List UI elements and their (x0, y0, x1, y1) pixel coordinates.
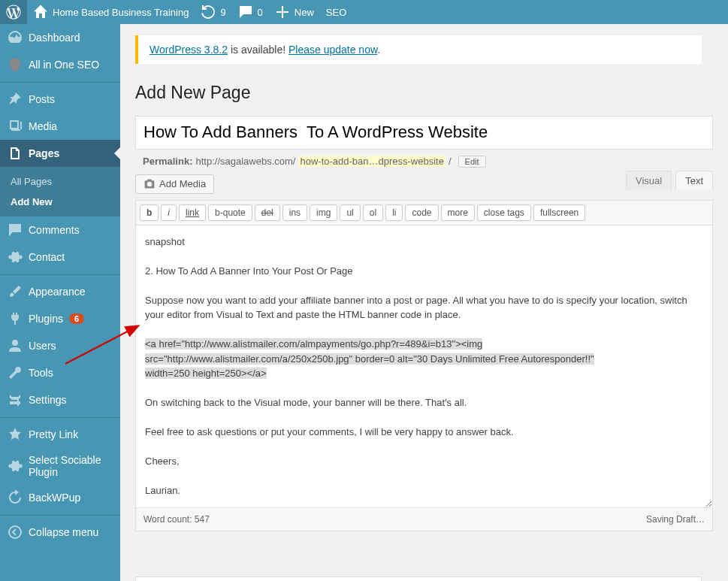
sidebar-item-pretty-link[interactable]: Pretty Link (0, 421, 120, 448)
backwpup-label: BackWPup (29, 492, 80, 504)
submenu-add-new[interactable]: Add New (0, 192, 120, 212)
qt-del[interactable]: del (255, 204, 280, 221)
qt-link[interactable]: link (179, 204, 206, 221)
plug-icon (8, 311, 23, 326)
sidebar-item-aioseo[interactable]: All in One SEO (0, 51, 120, 78)
pretty-link-label: Pretty Link (29, 428, 78, 440)
sidebar-item-dashboard[interactable]: Dashboard (0, 24, 120, 51)
admin-sidebar: Dashboard All in One SEO Posts Media Pag… (0, 24, 120, 581)
update-icon (201, 5, 216, 20)
sidebar-item-comments[interactable]: Comments (0, 216, 120, 244)
shield-icon (8, 57, 23, 72)
qt-fullscreen[interactable]: fullscreen (533, 204, 585, 221)
collapse-icon (8, 525, 23, 540)
sidebar-item-settings[interactable]: Settings (0, 386, 120, 413)
qt-img[interactable]: img (310, 204, 337, 221)
gear-icon (8, 250, 23, 265)
site-name[interactable]: Home Based Business Training (27, 0, 195, 24)
panel-placeholder (135, 576, 702, 581)
page-icon (8, 146, 23, 161)
pages-submenu: All Pages Add New (0, 167, 120, 216)
settings-label: Settings (29, 394, 67, 406)
tab-visual[interactable]: Visual (626, 171, 672, 190)
plugins-count-badge: 6 (69, 313, 84, 324)
sidebar-item-appearance[interactable]: Appearance (0, 278, 120, 305)
add-media-label: Add Media (159, 178, 206, 189)
wordpress-icon (6, 5, 21, 20)
quicktags-toolbar: b i link b-quote del ins img ul ol li co… (135, 200, 713, 225)
sidebar-item-pages[interactable]: Pages (0, 140, 120, 167)
sidebar-item-users[interactable]: Users (0, 332, 120, 359)
media-label: Media (29, 120, 57, 132)
content-textarea[interactable]: snapshot 2. How To Add A Banner Into You… (135, 225, 713, 508)
permalink-base: http://sagalawebs.com/ (195, 156, 295, 167)
site-title-label: Home Based Business Training (53, 7, 189, 18)
plus-icon (275, 5, 290, 20)
qt-bquote[interactable]: b-quote (208, 204, 252, 221)
main-content: WordPress 3.8.2 is available! Please upd… (120, 24, 728, 581)
new-content[interactable]: New (269, 0, 320, 24)
comments-label: Comments (29, 224, 80, 236)
camera-icon (143, 178, 156, 190)
qt-italic[interactable]: i (161, 204, 177, 221)
wp-logo[interactable] (0, 0, 27, 24)
pages-label: Pages (29, 147, 59, 159)
aioseo-label: All in One SEO (29, 59, 99, 71)
home-icon (33, 5, 48, 20)
page-title: Add New Page (135, 75, 713, 107)
permalink-slug[interactable]: how-to-add-ban…dpress-website (298, 156, 445, 167)
update-nag: WordPress 3.8.2 is available! Please upd… (135, 35, 702, 64)
comments[interactable]: 0 (232, 0, 269, 24)
contact-label: Contact (29, 251, 65, 263)
submenu-all-pages[interactable]: All Pages (0, 171, 120, 192)
title-input[interactable] (135, 116, 713, 150)
pin-icon (8, 92, 23, 107)
svg-point-0 (9, 526, 21, 538)
users-label: Users (29, 340, 56, 352)
brush-icon (8, 284, 23, 299)
collapse-label: Collapse menu (29, 526, 98, 538)
update-version-link[interactable]: WordPress 3.8.2 (150, 44, 228, 56)
word-count: Word count: 547 (143, 514, 210, 525)
updates[interactable]: 9 (195, 0, 231, 24)
wrench-icon (8, 365, 23, 380)
qt-bold[interactable]: b (140, 204, 159, 221)
edit-permalink-button[interactable]: Edit (458, 156, 486, 168)
qt-code[interactable]: code (405, 204, 438, 221)
sidebar-item-posts[interactable]: Posts (0, 86, 120, 113)
sociable-label: Select Sociable Plugin (29, 454, 113, 478)
tools-label: Tools (29, 367, 53, 379)
qt-ul[interactable]: ul (340, 204, 360, 221)
add-media-button[interactable]: Add Media (135, 174, 214, 194)
qt-li[interactable]: li (385, 204, 403, 221)
permalink-trail: / (449, 156, 452, 167)
qt-more[interactable]: more (441, 204, 475, 221)
qt-close[interactable]: close tags (477, 204, 531, 221)
update-now-link[interactable]: Please update now (288, 44, 377, 56)
sidebar-item-contact[interactable]: Contact (0, 244, 120, 271)
comment-icon (8, 222, 23, 238)
tab-text[interactable]: Text (675, 171, 713, 190)
editor-statusbar: Word count: 547 Saving Draft… (135, 508, 713, 531)
save-status: Saving Draft… (646, 514, 705, 525)
sidebar-item-tools[interactable]: Tools (0, 359, 120, 386)
new-label: New (295, 7, 314, 18)
posts-label: Posts (29, 93, 55, 105)
qt-ol[interactable]: ol (363, 204, 383, 221)
appearance-label: Appearance (29, 286, 86, 298)
media-icon (8, 119, 23, 134)
sidebar-item-media[interactable]: Media (0, 113, 120, 140)
backup-icon (8, 490, 23, 505)
permalink-row: Permalink: http://sagalawebs.com/how-to-… (135, 150, 713, 171)
sidebar-item-backwpup[interactable]: BackWPup (0, 484, 120, 511)
seo-menu[interactable]: SEO (320, 0, 352, 24)
sidebar-item-sociable[interactable]: Select Sociable Plugin (0, 448, 120, 484)
admin-toolbar: Home Based Business Training 9 0 New SEO (0, 0, 728, 24)
permalink-label: Permalink: (143, 156, 192, 167)
sidebar-item-collapse[interactable]: Collapse menu (0, 519, 120, 546)
sliders-icon (8, 392, 23, 407)
sidebar-item-plugins[interactable]: Plugins 6 (0, 305, 120, 332)
comments-count: 0 (258, 7, 263, 18)
qt-ins[interactable]: ins (282, 204, 307, 221)
updates-count: 9 (220, 7, 225, 18)
